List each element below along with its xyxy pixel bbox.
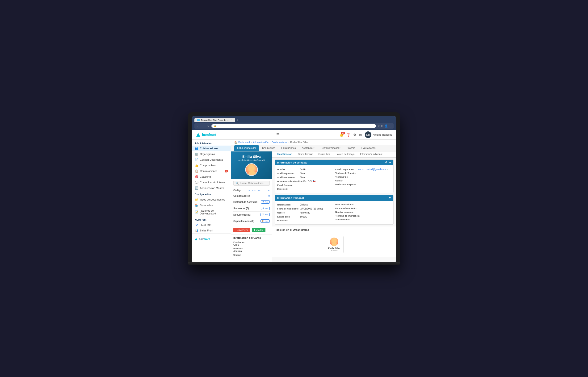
top-bar-right: 🔔 13 ❓ ⚙ ⊞ NH bbox=[340, 131, 392, 138]
apellido-paterno-field: Apellido paterno: Silva bbox=[277, 171, 333, 175]
breadcrumb-colaboradores[interactable]: Colaboradores bbox=[271, 141, 287, 144]
hcmroot-icon: ⚙ bbox=[195, 223, 198, 226]
refresh-button[interactable]: ↻ bbox=[207, 124, 210, 128]
search-bar[interactable]: 🔍 bbox=[233, 181, 270, 186]
personal-left-col: Nacionalidad: Chilena Fecha de Nacimient… bbox=[277, 203, 333, 223]
cargo-section: Información del Cargo Empleador: CRIS Po… bbox=[231, 234, 272, 259]
sidebar-item-razones[interactable]: 📝 Razones de Desvinculación bbox=[192, 208, 231, 216]
hamburger-menu[interactable]: ☰ bbox=[274, 133, 282, 137]
address-bar[interactable]: 🔒 bbox=[212, 124, 376, 128]
apellido-paterno-label: Apellido paterno: bbox=[277, 172, 298, 175]
historial-label: Historial de Actividad bbox=[233, 201, 258, 203]
tab-bitacora[interactable]: Bitácora bbox=[344, 145, 358, 151]
sidebar-item-comunicacion-interna[interactable]: 💬 Comunicación Interna bbox=[192, 179, 231, 185]
sidebar-item-actualizacion-masiva[interactable]: 🔄 Actualización Masiva bbox=[192, 185, 231, 191]
top-bar: hcmfront ☰ 🔔 13 ❓ ⚙ ⊞ bbox=[192, 130, 396, 140]
org-node-role: Analista bbox=[327, 249, 341, 251]
tab-ficha-colaborador[interactable]: Ficha colaborador bbox=[234, 145, 259, 151]
historial-view-btn[interactable]: 👁 ver bbox=[261, 200, 270, 204]
sidebar-item-hcmroot[interactable]: ⚙ HCMRoot bbox=[192, 222, 231, 228]
subtab-info-adicional[interactable]: Información adicional bbox=[358, 152, 385, 157]
user-area[interactable]: NH Nicolás Hanckes bbox=[365, 131, 392, 138]
personal-right-col: Nivel educacional: Persona de contacto: bbox=[335, 203, 391, 223]
breadcrumb-dashboard[interactable]: Dashboard bbox=[238, 141, 250, 144]
desvincular-button[interactable]: Desvincular bbox=[233, 228, 250, 232]
edit-icon[interactable]: ✏ bbox=[389, 161, 391, 164]
tel-emergencia-label: Teléfono de emergencia: bbox=[335, 215, 360, 217]
apellido-paterno-value: Silva bbox=[300, 172, 305, 175]
doc-icon: 📄 bbox=[262, 213, 265, 216]
personal-edit-icon[interactable]: ✏ bbox=[389, 196, 391, 200]
exportar-button[interactable]: Exportar bbox=[252, 228, 265, 232]
svg-point-3 bbox=[248, 171, 256, 176]
apps-button[interactable]: ⊞ bbox=[359, 133, 362, 137]
contacto-header: Información de contacto ↺ ✏ bbox=[275, 160, 393, 165]
logo-icon bbox=[196, 132, 200, 137]
tab-close-button[interactable]: × bbox=[231, 119, 232, 121]
posicion-label: Posición: bbox=[233, 247, 270, 250]
organigrama-section: Posición en el Organigrama bbox=[272, 226, 396, 257]
menu-icon[interactable]: ⋮ bbox=[389, 124, 392, 128]
doc-id-label: Documento de Identificación: bbox=[277, 180, 307, 183]
breadcrumb: 🏠 Dashboard › Administración › Colaborad… bbox=[231, 140, 396, 145]
sidebar-item-gestion-documental[interactable]: 📄 Gestión Documental bbox=[192, 157, 231, 163]
unidad-label: Unidad: bbox=[233, 254, 270, 256]
sidebar-item-tipos-documentos[interactable]: 📁 Tipos de Documentos bbox=[192, 197, 231, 202]
sidebar-label-colaboradores: Colaboradores bbox=[200, 147, 218, 150]
codigo-edit-icon[interactable]: ✏ bbox=[268, 189, 270, 192]
subtab-curriculum[interactable]: Currículum bbox=[316, 152, 332, 157]
razones-icon: 📝 bbox=[195, 211, 198, 214]
forward-button[interactable]: → bbox=[201, 124, 205, 128]
help-button[interactable]: ❓ bbox=[346, 133, 350, 137]
sidebar-item-colaboradores[interactable]: 👥 Colaboradores bbox=[192, 146, 231, 151]
tab-asistencia[interactable]: Asistencia ▾ bbox=[299, 145, 317, 151]
tab-evaluaciones[interactable]: Evaluaciones bbox=[359, 145, 378, 151]
notifications-button[interactable]: 🔔 13 bbox=[340, 133, 343, 137]
sidebar-item-salesfront[interactable]: 📊 Sales Front bbox=[192, 228, 231, 233]
subtab-identificacion[interactable]: Identificación bbox=[275, 152, 294, 157]
extensions-icon[interactable]: ⊞ bbox=[381, 124, 383, 128]
tab-condiciones[interactable]: Condiciones bbox=[259, 145, 278, 151]
refresh-icon[interactable]: ↺ bbox=[385, 161, 387, 164]
sucesores-row: Sucesores (0) 👁 ver bbox=[233, 207, 270, 210]
sidebar-item-contrataciones[interactable]: 📋 Contrataciones 6 bbox=[192, 168, 231, 174]
employee-role: Analista (Gerencia General) bbox=[233, 159, 270, 161]
browser-tab[interactable]: Emilia Silva Silva Ficha del Col... × bbox=[194, 118, 235, 122]
sidebar-label-actualizacion: Actualización Masiva bbox=[200, 187, 224, 189]
add-tab-button[interactable]: + bbox=[236, 118, 238, 122]
personal-header-actions: ✏ bbox=[389, 196, 391, 200]
sidebar-item-organigrama[interactable]: 🏢 Organigrama bbox=[192, 151, 231, 157]
sidebar-item-compromisos[interactable]: 👍 Compromisos bbox=[192, 163, 231, 168]
tab-gestion-personal[interactable]: Gestión Personal ▾ bbox=[318, 145, 343, 151]
employee-header: Emilia Silva Analista (Gerencia General) bbox=[231, 152, 272, 179]
subtab-grupo-familiar[interactable]: Grupo familiar bbox=[295, 152, 315, 157]
nacionalidad-label: Nacionalidad: bbox=[277, 204, 298, 206]
laptop-base bbox=[188, 262, 400, 265]
empleador-field: Empleador: CRIS bbox=[233, 241, 270, 246]
svg-marker-1 bbox=[195, 237, 197, 240]
sidebar-item-coaching[interactable]: 🎯 Coaching bbox=[192, 174, 231, 179]
documentos-view-btn[interactable]: 📄 ver bbox=[260, 213, 270, 216]
sidebar-item-sucursales[interactable]: 🏪 Sucursales bbox=[192, 202, 231, 208]
settings-button[interactable]: ⚙ bbox=[353, 133, 356, 137]
codigo-value: 74183727-FH bbox=[248, 189, 261, 192]
codigo-label: Código bbox=[233, 189, 241, 192]
colaboradores-count: 0 bbox=[268, 195, 270, 197]
personal-section: Información Personal ✏ bbox=[275, 195, 394, 224]
breadcrumb-administracion[interactable]: Administración bbox=[253, 141, 269, 144]
contacto-header-actions: ↺ ✏ bbox=[385, 161, 391, 164]
back-button[interactable]: ← bbox=[196, 124, 200, 128]
notification-badge: 13 bbox=[341, 132, 345, 134]
tab-liquidaciones[interactable]: Liquidaciones bbox=[278, 145, 298, 151]
subtab-horario[interactable]: Horario de trabajo bbox=[333, 152, 357, 157]
sucesores-view-btn[interactable]: 👁 ver bbox=[261, 207, 270, 210]
capacitaciones-view-btn[interactable]: 📋 ver bbox=[260, 219, 270, 223]
profile-icon[interactable]: 👤 bbox=[384, 124, 388, 128]
star-icon[interactable]: ☆ bbox=[377, 124, 380, 128]
nombre-contacto-field: Nombre contacto: bbox=[335, 210, 391, 214]
organigrama-icon: 🏢 bbox=[195, 153, 198, 156]
search-input[interactable] bbox=[240, 182, 268, 185]
cap-icon: 📋 bbox=[262, 220, 265, 222]
contrataciones-icon: 📋 bbox=[195, 169, 198, 173]
eye-icon-2: 👁 bbox=[262, 207, 265, 210]
